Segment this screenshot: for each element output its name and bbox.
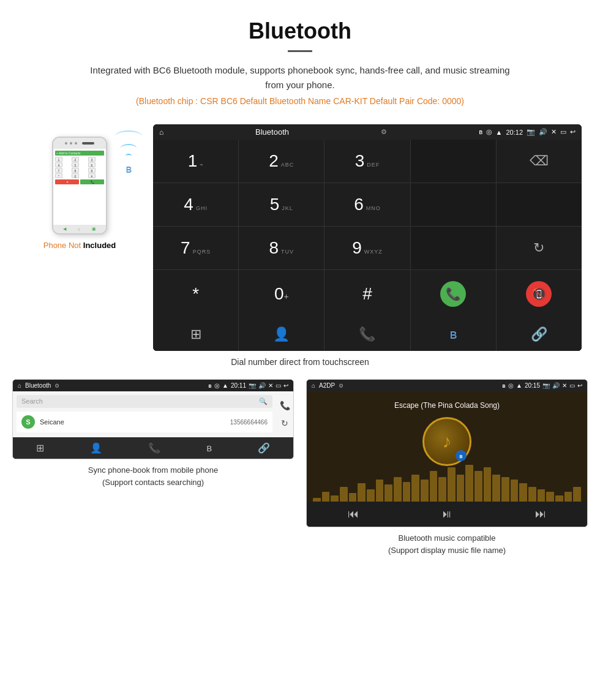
phone-top-bar	[53, 138, 106, 149]
phonebook-caption: Sync phone-book from mobile phone(Suppor…	[88, 464, 218, 488]
phone-not-included-label: Phone Not Included	[43, 241, 116, 250]
dial-screen-title: Bluetooth	[255, 127, 289, 137]
dial-status-bar: ⌂ Bluetooth ⚙ ʙ ◎ ▲ 20:12 📷 🔊 ✕ ▭ ↩	[153, 124, 582, 140]
music-loc-icon: ◎	[508, 382, 514, 389]
pb-loc-icon: ◎	[214, 382, 220, 389]
dial-caption: Dial number direct from touchscreen	[0, 357, 600, 367]
dial-key-4[interactable]: 4 GHI	[153, 183, 238, 226]
dial-key-3[interactable]: 3 DEF	[324, 140, 410, 183]
music-win-icon: ▭	[569, 382, 575, 389]
pb-footer-person[interactable]: 👤	[90, 442, 102, 454]
dial-call-green-btn[interactable]: 📞	[411, 270, 496, 318]
pb-win-icon: ▭	[276, 382, 281, 389]
pb-footer-link[interactable]: 🔗	[258, 442, 270, 454]
music-time: 20:15	[525, 382, 540, 389]
dial-key-8[interactable]: 8 TUV	[239, 227, 324, 269]
dial-status-right: ʙ ◎ ▲ 20:12 📷 🔊 ✕ ▭ ↩	[479, 128, 576, 136]
pb-side-refresh[interactable]: ↻	[281, 418, 288, 428]
music-status-bar: ⌂ A2DP ⚙ ʙ ◎ ▲ 20:15 📷 🔊 ✕ ▭ ↩	[307, 380, 587, 391]
dial-key-1[interactable]: 1 ⌁	[153, 140, 238, 183]
dial-key-hash[interactable]: #	[324, 270, 410, 318]
dial-backspace[interactable]: ⌫	[497, 140, 582, 183]
signal-icon: ▲	[496, 129, 503, 136]
dial-end-call-btn[interactable]: 📵	[497, 270, 582, 318]
music-viz-bar	[573, 487, 581, 502]
music-viz-bar	[367, 489, 375, 502]
music-viz-bar	[340, 487, 348, 502]
phonebook-item: ⌂ Bluetooth ⚙ ʙ ◎ ▲ 20:11 📷 🔊 ✕ ▭ ↩	[12, 379, 294, 556]
dial-footer-bluetooth[interactable]: ʙ	[411, 318, 496, 351]
dial-empty-3	[497, 183, 582, 226]
prev-btn[interactable]: ⏮	[348, 508, 359, 521]
music-viz-bar	[313, 498, 321, 502]
pb-footer-phone[interactable]: 📞	[148, 442, 160, 454]
phone-container: ʙ + Add to Contacts 1 2 3 4 5 6	[18, 124, 141, 250]
dial-footer-keypad[interactable]: ⊞	[153, 318, 238, 351]
pb-home-icon: ⌂	[18, 382, 21, 389]
pb-content: Search 🔍 S Seicane 13566664466	[13, 391, 276, 437]
music-home-icon: ⌂	[312, 382, 315, 389]
home-icon: ⌂	[159, 128, 163, 137]
pb-vol-icon: 🔊	[258, 382, 266, 389]
dial-footer-contacts[interactable]: 👤	[239, 318, 324, 351]
pb-footer-bt[interactable]: ʙ	[206, 442, 212, 454]
pb-contact-number: 13566664466	[230, 419, 268, 426]
music-viz-bar	[384, 484, 392, 502]
included-text: Included	[83, 241, 116, 250]
dial-empty-2	[411, 183, 496, 226]
bt-icon: ʙ	[479, 128, 482, 136]
dial-footer-link[interactable]: 🔗	[497, 318, 582, 351]
dial-footer-phone[interactable]: 📞	[324, 318, 410, 351]
music-viz-bar	[501, 477, 509, 502]
music-viz-bar	[411, 475, 419, 502]
title-divider	[288, 50, 312, 52]
music-album-art: ♪ ʙ	[422, 417, 471, 466]
dial-key-2[interactable]: 2 ABC	[239, 140, 324, 183]
pb-contacts-area: Search 🔍 S Seicane 13566664466	[13, 391, 276, 437]
pb-search-icon: 🔍	[259, 397, 268, 405]
pb-side-phone[interactable]: 📞	[280, 401, 290, 410]
pb-back-icon: ↩	[283, 382, 288, 389]
dial-key-star[interactable]: *	[153, 270, 238, 318]
music-usb-icon: ⚙	[339, 383, 343, 389]
music-viz-bar	[484, 467, 492, 502]
phone-not-text: Phone Not	[43, 241, 81, 250]
play-pause-btn[interactable]: ⏯	[441, 508, 452, 521]
phonebook-screenshot: ⌂ Bluetooth ⚙ ʙ ◎ ▲ 20:11 📷 🔊 ✕ ▭ ↩	[12, 379, 294, 459]
phone-screen-header: + Add to Contacts	[55, 151, 104, 156]
music-title: A2DP	[319, 382, 335, 389]
dial-key-0[interactable]: 0+	[239, 270, 324, 318]
pb-contact-row[interactable]: S Seicane 13566664466	[17, 412, 272, 432]
pb-sig-icon: ▲	[222, 382, 228, 389]
dial-key-7[interactable]: 7 PQRS	[153, 227, 238, 269]
music-viz-bar	[438, 477, 446, 502]
music-sig-icon: ▲	[516, 382, 522, 389]
dial-screen: ⌂ Bluetooth ⚙ ʙ ◎ ▲ 20:12 📷 🔊 ✕ ▭ ↩	[153, 124, 582, 351]
phone-wrapper: ʙ + Add to Contacts 1 2 3 4 5 6	[52, 137, 107, 235]
pb-time: 20:11	[231, 382, 246, 389]
bluetooth-specs: (Bluetooth chip : CSR BC6 Default Blueto…	[12, 96, 588, 106]
dial-refresh[interactable]: ↻	[497, 227, 582, 269]
music-viz-bar	[376, 480, 384, 502]
music-bt-badge: ʙ	[456, 450, 467, 461]
pb-footer-keypad[interactable]: ⊞	[36, 442, 44, 454]
dial-key-5[interactable]: 5 JKL	[239, 183, 324, 226]
dial-key-6[interactable]: 6 MNO	[324, 183, 410, 226]
pb-avatar: S	[21, 415, 35, 429]
pb-cam-icon: 📷	[249, 382, 256, 389]
next-btn[interactable]: ⏭	[535, 508, 546, 521]
music-viz-bar	[519, 483, 527, 502]
music-viz-bar	[564, 492, 572, 502]
pb-footer: ⊞ 👤 📞 ʙ 🔗	[13, 437, 293, 459]
music-viz-bar	[492, 475, 500, 502]
music-caption: Bluetooth music compatible(Support displ…	[388, 532, 506, 556]
dial-key-9[interactable]: 9 WXYZ	[324, 227, 410, 269]
music-vol-icon: 🔊	[552, 382, 560, 389]
music-viz-bar	[555, 495, 563, 502]
bluetooth-symbol: ʙ	[126, 162, 132, 176]
page-description: Integrated with BC6 Bluetooth module, su…	[86, 63, 514, 92]
music-note-icon: ♪	[443, 431, 452, 452]
pb-search-bar[interactable]: Search 🔍	[17, 395, 272, 408]
page-header: Bluetooth Integrated with BC6 Bluetooth …	[0, 0, 600, 124]
music-viz-bar	[322, 492, 330, 502]
